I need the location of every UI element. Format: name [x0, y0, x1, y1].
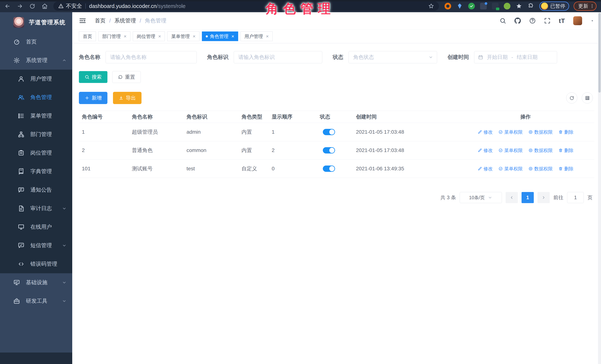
tab-post[interactable]: 岗位管理×	[133, 31, 165, 41]
app-logo-row[interactable]: 芋道管理系统	[0, 12, 72, 33]
address-bar[interactable]: 不安全 dashboard.yudao.iocoder.cn/system/ro…	[53, 1, 439, 11]
extension-icon-3[interactable]	[468, 3, 475, 10]
role-name-input[interactable]	[106, 51, 197, 63]
export-button[interactable]: 导出	[113, 92, 141, 104]
sidebar-item-system[interactable]: 系统管理	[0, 51, 72, 70]
back-icon[interactable]	[4, 3, 10, 9]
row-action-data-permission[interactable]: 数据权限	[528, 166, 553, 172]
filter-role-name: 角色名称	[79, 51, 197, 63]
status-select[interactable]: 角色状态	[349, 51, 437, 63]
row-action-delete[interactable]: 删除	[558, 147, 574, 154]
breadcrumb-item[interactable]: 首页	[95, 17, 106, 24]
data-permission-icon	[528, 167, 533, 171]
github-icon[interactable]	[514, 17, 521, 24]
tab-dept[interactable]: 部门管理×	[98, 31, 130, 41]
cell-role-id: 1	[79, 129, 129, 135]
page-scrollbar[interactable]	[598, 12, 601, 364]
sidebar-item-home[interactable]: 首页	[0, 33, 72, 51]
tab-role[interactable]: 角色管理×	[202, 31, 238, 41]
prev-page-button[interactable]	[506, 192, 518, 203]
sidebar-item-user[interactable]: 用户管理	[0, 70, 72, 88]
page-size-select[interactable]: 10条/页	[460, 192, 502, 203]
sidebar-item-sms[interactable]: 短信管理	[0, 236, 72, 255]
cell-sort: 2	[269, 147, 317, 153]
date-range-picker[interactable]: 开始日期 - 结束日期	[474, 51, 557, 63]
status-toggle[interactable]	[323, 129, 335, 135]
row-action-edit[interactable]: 修改	[478, 147, 493, 154]
extension-icon-2[interactable]	[456, 3, 463, 10]
column-settings-button[interactable]	[582, 92, 593, 104]
next-page-button[interactable]	[538, 192, 550, 203]
breadcrumb-item[interactable]: 系统管理	[114, 17, 136, 24]
cell-actions: 修改菜单权限数据权限删除	[457, 147, 594, 154]
extension-icon-5[interactable]	[492, 3, 499, 10]
row-action-menu-permission[interactable]: 菜单权限	[498, 129, 523, 135]
row-action-data-permission[interactable]: 数据权限	[528, 147, 553, 154]
row-action-edit[interactable]: 修改	[478, 129, 493, 135]
font-size-icon[interactable]: tT	[559, 17, 565, 24]
status-toggle[interactable]	[323, 166, 335, 172]
row-action-edit[interactable]: 修改	[478, 166, 493, 172]
tab-home[interactable]: 首页	[79, 31, 96, 41]
sidebar-item-dict[interactable]: 字典管理	[0, 162, 72, 181]
bookmark-star-icon[interactable]	[428, 3, 434, 9]
current-page-button[interactable]: 1	[521, 192, 534, 203]
close-icon[interactable]: ×	[231, 34, 234, 39]
home-icon[interactable]	[42, 3, 48, 9]
reload-icon[interactable]	[29, 3, 35, 9]
sidebar-item-online-user[interactable]: 在线用户	[0, 218, 72, 236]
tab-menu[interactable]: 菜单管理×	[167, 31, 199, 41]
infra-icon	[13, 279, 20, 286]
sidebar-item-dev-tool[interactable]: 研发工具	[0, 292, 72, 310]
add-button[interactable]: 新增	[79, 92, 107, 104]
column-header: 显示顺序	[269, 113, 317, 120]
refresh-table-button[interactable]	[566, 92, 577, 104]
browser-profile-pill[interactable]: 已暂停	[539, 1, 569, 11]
tab-user[interactable]: 用户管理×	[240, 31, 273, 41]
column-header: 角色名称	[129, 113, 183, 120]
chevron-down-icon	[62, 299, 67, 304]
sidebar-item-notice[interactable]: 通知公告	[0, 181, 72, 199]
row-action-delete[interactable]: 删除	[558, 129, 574, 135]
kebab-menu-icon[interactable]	[590, 4, 594, 9]
caret-down-icon[interactable]	[590, 19, 594, 23]
security-chip[interactable]: 不安全	[58, 2, 82, 10]
extension-icon-6[interactable]	[504, 3, 511, 10]
search-icon[interactable]	[500, 17, 506, 24]
scrollbar-thumb[interactable]	[598, 13, 601, 93]
sidebar-item-audit-log[interactable]: 审计日志	[0, 199, 72, 218]
sidebar-item-role[interactable]: 角色管理	[0, 88, 72, 107]
user-avatar[interactable]	[573, 16, 582, 25]
cell-role-id: 101	[79, 166, 129, 172]
extension-icon-7[interactable]	[516, 3, 522, 10]
sidebar-item-menu[interactable]: 菜单管理	[0, 107, 72, 125]
extension-icon-1[interactable]	[444, 3, 451, 10]
extensions-puzzle-icon[interactable]	[528, 3, 534, 9]
help-icon[interactable]	[529, 17, 536, 24]
reset-button[interactable]: 重置	[112, 71, 141, 83]
profile-status-label: 已暂停	[550, 3, 565, 10]
extension-icon-4[interactable]	[480, 3, 487, 10]
status-toggle[interactable]	[323, 147, 335, 154]
dict-icon	[18, 168, 24, 175]
row-action-delete[interactable]: 删除	[558, 166, 574, 172]
close-icon[interactable]: ×	[158, 34, 161, 39]
row-action-data-permission[interactable]: 数据权限	[528, 129, 553, 135]
hamburger-icon[interactable]	[79, 17, 86, 24]
sidebar-item-error-code[interactable]: 错误码管理	[0, 255, 72, 273]
close-icon[interactable]: ×	[124, 34, 127, 39]
browser-update-button[interactable]: 更新	[574, 1, 597, 11]
goto-page-input[interactable]	[567, 192, 584, 203]
sidebar-item-post[interactable]: 岗位管理	[0, 144, 72, 162]
row-action-menu-permission[interactable]: 菜单权限	[498, 166, 523, 172]
search-button[interactable]: 搜索	[79, 71, 107, 83]
sidebar-item-dept[interactable]: 部门管理	[0, 125, 72, 144]
close-icon[interactable]: ×	[266, 34, 269, 39]
role-key-input[interactable]	[234, 51, 322, 63]
row-action-menu-permission[interactable]: 菜单权限	[498, 147, 523, 154]
close-icon[interactable]: ×	[193, 34, 195, 39]
forward-icon[interactable]	[17, 3, 23, 9]
total-count: 共 3 条	[441, 194, 456, 201]
fullscreen-icon[interactable]	[544, 17, 551, 24]
sidebar-item-infra[interactable]: 基础设施	[0, 273, 72, 292]
